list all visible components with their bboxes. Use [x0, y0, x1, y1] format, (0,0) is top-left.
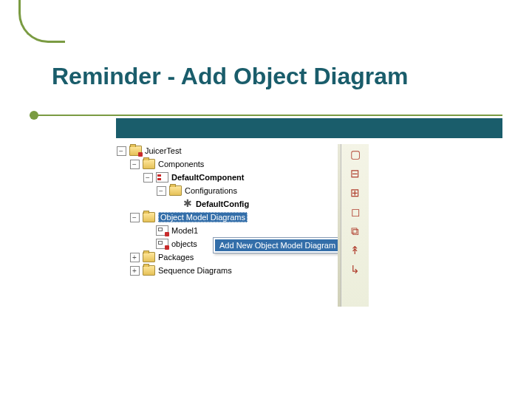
tree-node-model1[interactable]: Model1 — [116, 224, 338, 237]
tree-node-configurations[interactable]: − Configurations — [116, 184, 338, 197]
menu-item-add-new-diagram[interactable]: Add New Object Model Diagram — [215, 239, 344, 251]
diagram-icon — [156, 225, 168, 236]
folder-icon — [143, 265, 155, 276]
tree-label: Model1 — [171, 226, 198, 235]
context-menu[interactable]: Add New Object Model Diagram — [213, 237, 347, 253]
tool-open-icon[interactable]: ◻ — [347, 205, 364, 219]
tool-up-icon[interactable]: ↟ — [347, 243, 364, 258]
decorative-curve — [18, 0, 65, 43]
collapse-icon[interactable]: − — [143, 173, 153, 183]
expand-icon[interactable]: + — [130, 266, 140, 276]
tree-label: objects — [171, 239, 197, 248]
tool-grid-icon[interactable]: ⊞ — [347, 185, 364, 200]
divider-line — [30, 115, 502, 116]
tree-label: DefaultConfig — [196, 200, 249, 208]
tree-node-components[interactable]: − Components — [116, 157, 338, 171]
tree-node-defaultcomponent[interactable]: − DefaultComponent — [116, 171, 338, 184]
tree-label: Components — [158, 160, 204, 168]
tree-node-object-model-diagrams[interactable]: − Object Model Diagrams — [116, 211, 338, 224]
project-folder-icon — [129, 146, 142, 156]
tool-box-icon[interactable]: ▢ — [347, 147, 364, 162]
title-bar — [116, 118, 502, 138]
screenshot-panel: − JuicerTest − Components − DefaultCompo… — [116, 144, 426, 314]
tool-layout1-icon[interactable]: ⊟ — [347, 166, 364, 181]
folder-icon — [143, 159, 155, 169]
collapse-icon[interactable]: − — [130, 213, 140, 222]
diagram-icon — [156, 239, 168, 249]
folder-icon — [169, 185, 182, 196]
tree-label: DefaultComponent — [171, 173, 244, 182]
tree-label: Configurations — [185, 186, 237, 195]
tree-node-juicertest[interactable]: − JuicerTest — [116, 144, 338, 157]
slide-title: Reminder - Add Object Diagram — [52, 63, 408, 90]
collapse-icon[interactable]: − — [157, 186, 166, 196]
component-icon — [156, 172, 168, 183]
tree-label: JuicerTest — [145, 146, 182, 155]
vertical-toolbar: ▢ ⊟ ⊞ ◻ ⧉ ↟ ↳ — [338, 144, 369, 307]
tree-node-defaultconfig[interactable]: DefaultConfig — [116, 197, 338, 211]
tree-node-sequence-diagrams[interactable]: + Sequence Diagrams — [116, 264, 338, 277]
folder-icon — [143, 252, 155, 262]
tool-copy-icon[interactable]: ⧉ — [347, 224, 364, 239]
project-tree[interactable]: − JuicerTest − Components − DefaultCompo… — [116, 144, 338, 277]
expand-icon[interactable]: + — [130, 253, 140, 262]
tree-label-selected: Object Model Diagrams — [158, 212, 248, 222]
gear-icon — [183, 199, 193, 209]
collapse-icon[interactable]: − — [130, 160, 140, 169]
tree-label: Sequence Diagrams — [158, 266, 232, 275]
tool-step-icon[interactable]: ↳ — [347, 262, 364, 277]
collapse-icon[interactable]: − — [117, 146, 126, 156]
folder-icon — [143, 212, 155, 222]
tree-label: Packages — [158, 253, 194, 262]
